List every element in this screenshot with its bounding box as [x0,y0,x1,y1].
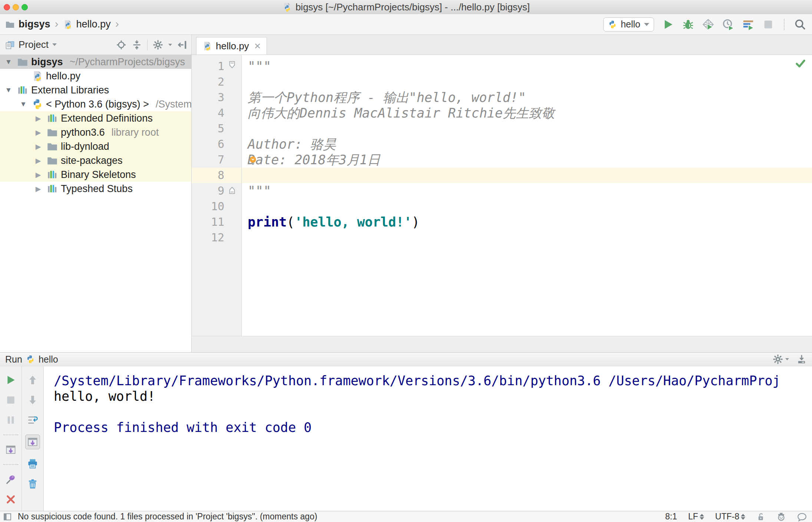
expand-arrow-icon[interactable]: ▶ [33,171,44,179]
inspections-profile-icon[interactable] [776,512,786,522]
tree-item-label: lib-dynload [61,141,109,152]
tree-item-binary-skeletons[interactable]: ▶Binary Skeletons [0,168,191,182]
code-token: 第一个Python程序 - 输出"hello, world!" [248,90,526,105]
run-with-coverage-button[interactable] [702,19,714,30]
breadcrumb-item-hello-py[interactable]: hello.py [76,19,111,30]
concurrency-diagram-button[interactable] [742,19,754,30]
python-icon [32,99,43,110]
expand-arrow-icon[interactable]: ▶ [33,185,44,193]
tree-item-hello-py[interactable]: hello.py [0,69,191,83]
unlock-icon[interactable] [756,512,765,521]
code-token: 'hello, world!' [294,215,412,229]
dock-panel-icon[interactable] [796,354,807,364]
expand-arrow-icon[interactable]: ▶ [33,156,44,165]
code-line[interactable] [242,168,812,183]
editor-tab-hello-py[interactable]: hello.py × [196,37,267,54]
chevron-down-icon [168,44,172,46]
collapse-arrow-icon[interactable]: ▼ [3,58,14,66]
collapse-all-icon[interactable] [132,40,142,50]
breadcrumb-item-bigsys[interactable]: bigsys [19,19,50,30]
line-number: 8 [192,168,241,183]
restore-layout-button[interactable] [5,444,16,455]
line-number: 11 [192,214,241,230]
expand-arrow-icon[interactable]: ▶ [33,128,44,137]
tree-item-label: Extended Definitions [61,113,153,124]
debug-button[interactable] [682,19,694,30]
down-stack-trace-button [27,394,38,406]
code-line[interactable]: 第一个Python程序 - 输出"hello, world!" [242,90,812,105]
expand-arrow-icon[interactable]: ▶ [33,114,44,123]
run-console-output[interactable]: /System/Library/Frameworks/Python.framew… [44,366,812,511]
code-line[interactable]: Date: 2018年3月1日 [242,152,812,168]
run-configuration-select[interactable]: hello [603,17,654,32]
line-number: 5 [192,121,241,136]
tree-item-extended-definitions[interactable]: ▶Extended Definitions [0,111,191,125]
tree-item-hint: library root [112,127,159,138]
code-line[interactable] [242,230,812,245]
fold-region-start-icon[interactable] [227,60,237,70]
tree-item-python-3-6-bigsys[interactable]: ▼< Python 3.6 (bigsys) >/System [0,97,191,111]
expand-arrow-icon[interactable]: ▶ [33,142,44,151]
project-tree[interactable]: ▼bigsys~/PycharmProjects/bigsyshello.py▼… [0,55,191,352]
tree-item-label: External Libraries [31,85,109,96]
line-number: 12 [192,230,241,245]
library-icon [17,85,28,96]
toolwindow-switcher-icon[interactable] [3,512,12,521]
zoom-window-button[interactable] [22,4,28,10]
locate-file-icon[interactable] [116,40,126,50]
caret-position-widget[interactable]: 8:1 [665,512,677,522]
scroll-to-end-button[interactable] [25,435,40,449]
close-panel-button[interactable] [5,494,16,505]
print-button[interactable] [27,458,38,469]
rerun-button[interactable] [5,374,16,386]
line-separator-widget[interactable]: LF [688,512,704,522]
code-token: 向伟大的Dennis MacAlistair Ritchie先生致敬 [248,106,555,120]
tree-item-python3-6[interactable]: ▶python3.6library root [0,125,191,139]
window-title: bigsys [~/PycharmProjects/bigsys] - .../… [296,1,530,13]
close-window-button[interactable] [4,4,10,10]
fold-region-end-icon[interactable] [227,185,237,195]
soft-wraps-button[interactable] [27,414,38,426]
notifications-bubble-icon[interactable] [797,512,807,522]
code-line[interactable]: """ [242,183,812,199]
tree-item-bigsys[interactable]: ▼bigsys~/PycharmProjects/bigsys [0,55,191,69]
encoding-widget[interactable]: UTF-8 [715,512,745,522]
collapse-arrow-icon[interactable]: ▼ [18,100,29,108]
status-message[interactable]: No suspicious code found. 1 files proces… [18,512,317,522]
run-panel-title: Run [5,354,22,365]
code-line[interactable]: Author: 骆昊 [242,136,812,152]
hide-panel-icon[interactable] [177,40,188,50]
tree-item-lib-dynload[interactable]: ▶lib-dynload [0,139,191,153]
run-panel-header: Run hello [0,353,812,366]
code-line[interactable] [242,199,812,214]
code-token: ) [412,215,420,229]
minimize-window-button[interactable] [13,4,19,10]
close-tab-icon[interactable]: × [254,40,261,52]
tree-item-typeshed-stubs[interactable]: ▶Typeshed Stubs [0,182,191,196]
search-everywhere-button[interactable] [794,19,806,30]
chevron-down-icon[interactable] [52,43,57,46]
code-line[interactable]: print('hello, world!') [242,214,812,230]
editor-area: hello.py × 123456789101112 """第一个Python程… [192,35,812,352]
run-panel-toolbar: » [0,366,44,511]
tree-item-external-libraries[interactable]: ▼External Libraries [0,83,191,97]
tree-item-site-packages[interactable]: ▶site-packages [0,153,191,168]
clear-all-button[interactable] [27,478,38,489]
settings-gear-icon[interactable] [773,354,783,364]
code-line[interactable]: 向伟大的Dennis MacAlistair Ritchie先生致敬 [242,105,812,121]
settings-gear-icon[interactable] [153,40,163,50]
run-button[interactable] [662,19,674,30]
code-line[interactable] [242,121,812,136]
pin-tab-button[interactable] [5,474,16,485]
window-title-area: bigsys [~/PycharmProjects/bigsys] - .../… [0,1,812,13]
run-panel-config-name[interactable]: hello [39,354,58,365]
intention-bulb-icon[interactable] [247,155,258,166]
code-line[interactable] [242,74,812,90]
tree-item-label: hello.py [46,70,80,82]
profiler-button[interactable] [722,19,734,30]
code-line[interactable]: """ [242,59,812,74]
collapse-arrow-icon[interactable]: ▼ [3,86,14,94]
breadcrumb-chevron-icon: › [55,17,59,30]
code-editor[interactable]: """第一个Python程序 - 输出"hello, world!"向伟大的De… [242,55,812,336]
tree-item-label: site-packages [61,155,123,166]
